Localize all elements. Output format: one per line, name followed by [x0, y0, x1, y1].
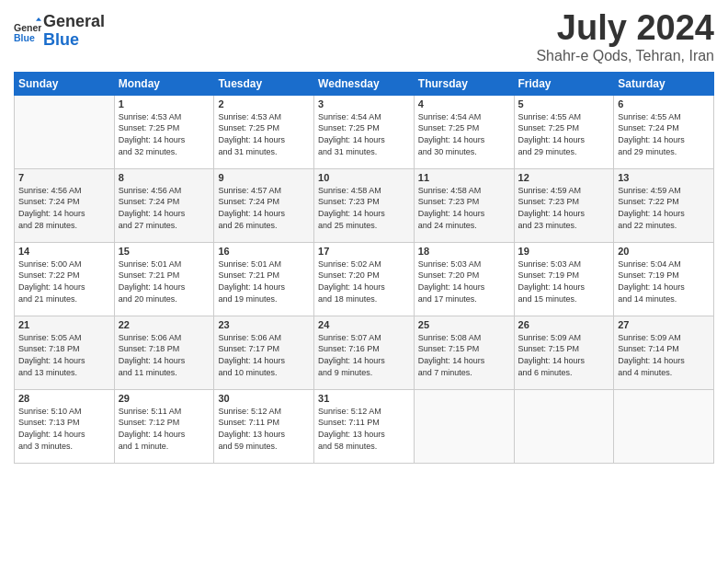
day-number: 21 [18, 319, 110, 330]
table-cell: 28Sunrise: 5:10 AMSunset: 7:13 PMDayligh… [15, 389, 115, 463]
table-cell: 30Sunrise: 5:12 AMSunset: 7:11 PMDayligh… [214, 389, 314, 463]
col-wednesday: Wednesday [314, 72, 415, 95]
calendar-table: Sunday Monday Tuesday Wednesday Thursday… [14, 72, 714, 464]
day-info: Sunrise: 4:53 AMSunset: 7:25 PMDaylight:… [218, 111, 310, 157]
table-cell: 29Sunrise: 5:11 AMSunset: 7:12 PMDayligh… [114, 389, 214, 463]
svg-marker-2 [36, 17, 41, 21]
day-number: 4 [418, 98, 510, 109]
calendar-body: 1Sunrise: 4:53 AMSunset: 7:25 PMDaylight… [15, 95, 714, 463]
table-cell [514, 389, 614, 463]
day-info: Sunrise: 5:06 AMSunset: 7:18 PMDaylight:… [119, 332, 210, 378]
day-info: Sunrise: 5:07 AMSunset: 7:16 PMDaylight:… [318, 332, 410, 378]
table-cell: 8Sunrise: 4:56 AMSunset: 7:24 PMDaylight… [114, 168, 214, 242]
day-number: 2 [218, 98, 310, 109]
table-cell: 24Sunrise: 5:07 AMSunset: 7:16 PMDayligh… [314, 316, 415, 389]
day-number: 14 [18, 246, 110, 257]
day-info: Sunrise: 4:58 AMSunset: 7:23 PMDaylight:… [418, 185, 510, 231]
day-number: 13 [618, 172, 710, 183]
table-cell: 2Sunrise: 4:53 AMSunset: 7:25 PMDaylight… [214, 95, 314, 168]
table-cell: 9Sunrise: 4:57 AMSunset: 7:24 PMDaylight… [214, 168, 314, 242]
calendar-week-row: 1Sunrise: 4:53 AMSunset: 7:25 PMDaylight… [15, 95, 714, 168]
calendar-week-row: 14Sunrise: 5:00 AMSunset: 7:22 PMDayligh… [15, 242, 714, 316]
logo-icon: General Blue [14, 17, 41, 45]
month-year-title: July 2024 [536, 9, 714, 48]
day-info: Sunrise: 4:58 AMSunset: 7:23 PMDaylight:… [318, 185, 410, 231]
calendar-week-row: 7Sunrise: 4:56 AMSunset: 7:24 PMDaylight… [15, 168, 714, 242]
day-info: Sunrise: 5:00 AMSunset: 7:22 PMDaylight:… [18, 259, 110, 304]
table-cell [15, 95, 115, 168]
calendar-week-row: 28Sunrise: 5:10 AMSunset: 7:13 PMDayligh… [15, 389, 714, 463]
table-cell: 16Sunrise: 5:01 AMSunset: 7:21 PMDayligh… [214, 242, 314, 316]
day-info: Sunrise: 5:10 AMSunset: 7:13 PMDaylight:… [18, 406, 110, 452]
col-saturday: Saturday [614, 72, 714, 95]
day-number: 22 [119, 319, 210, 330]
table-cell: 23Sunrise: 5:06 AMSunset: 7:17 PMDayligh… [214, 316, 314, 389]
day-info: Sunrise: 5:05 AMSunset: 7:18 PMDaylight:… [18, 332, 110, 378]
title-block: July 2024 Shahr-e Qods, Tehran, Iran [536, 9, 714, 64]
day-number: 7 [18, 172, 110, 183]
day-number: 15 [119, 246, 210, 257]
table-cell: 19Sunrise: 5:03 AMSunset: 7:19 PMDayligh… [514, 242, 614, 316]
col-sunday: Sunday [15, 72, 115, 95]
logo-text: GeneralBlue [43, 13, 105, 50]
day-info: Sunrise: 5:06 AMSunset: 7:17 PMDaylight:… [218, 332, 310, 378]
day-info: Sunrise: 5:11 AMSunset: 7:12 PMDaylight:… [119, 406, 210, 452]
day-number: 8 [119, 172, 210, 183]
day-info: Sunrise: 5:09 AMSunset: 7:14 PMDaylight:… [618, 332, 710, 378]
day-info: Sunrise: 5:03 AMSunset: 7:19 PMDaylight:… [518, 259, 610, 304]
table-cell: 25Sunrise: 5:08 AMSunset: 7:15 PMDayligh… [414, 316, 514, 389]
col-thursday: Thursday [414, 72, 514, 95]
day-number: 31 [318, 393, 410, 404]
table-cell: 14Sunrise: 5:00 AMSunset: 7:22 PMDayligh… [15, 242, 115, 316]
day-number: 19 [518, 246, 610, 257]
table-cell: 1Sunrise: 4:53 AMSunset: 7:25 PMDaylight… [114, 95, 214, 168]
day-info: Sunrise: 5:12 AMSunset: 7:11 PMDaylight:… [318, 406, 410, 452]
day-info: Sunrise: 5:04 AMSunset: 7:19 PMDaylight:… [618, 259, 710, 304]
day-number: 23 [218, 319, 310, 330]
table-cell: 12Sunrise: 4:59 AMSunset: 7:23 PMDayligh… [514, 168, 614, 242]
location-subtitle: Shahr-e Qods, Tehran, Iran [536, 48, 714, 64]
day-number: 12 [518, 172, 610, 183]
day-number: 26 [518, 319, 610, 330]
table-cell: 13Sunrise: 4:59 AMSunset: 7:22 PMDayligh… [614, 168, 714, 242]
day-number: 18 [418, 246, 510, 257]
day-number: 25 [418, 319, 510, 330]
day-info: Sunrise: 4:56 AMSunset: 7:24 PMDaylight:… [18, 185, 110, 231]
table-cell: 4Sunrise: 4:54 AMSunset: 7:25 PMDaylight… [414, 95, 514, 168]
table-cell: 21Sunrise: 5:05 AMSunset: 7:18 PMDayligh… [15, 316, 115, 389]
day-info: Sunrise: 5:03 AMSunset: 7:20 PMDaylight:… [418, 259, 510, 304]
day-info: Sunrise: 4:59 AMSunset: 7:22 PMDaylight:… [618, 185, 710, 231]
main-container: General Blue GeneralBlue July 2024 Shahr… [0, 0, 728, 563]
day-number: 5 [518, 98, 610, 109]
day-info: Sunrise: 4:54 AMSunset: 7:25 PMDaylight:… [318, 111, 410, 157]
table-cell: 7Sunrise: 4:56 AMSunset: 7:24 PMDaylight… [15, 168, 115, 242]
table-cell: 31Sunrise: 5:12 AMSunset: 7:11 PMDayligh… [314, 389, 415, 463]
day-info: Sunrise: 4:59 AMSunset: 7:23 PMDaylight:… [518, 185, 610, 231]
table-cell: 27Sunrise: 5:09 AMSunset: 7:14 PMDayligh… [614, 316, 714, 389]
day-info: Sunrise: 4:55 AMSunset: 7:24 PMDaylight:… [618, 111, 710, 157]
table-cell: 10Sunrise: 4:58 AMSunset: 7:23 PMDayligh… [314, 168, 415, 242]
day-info: Sunrise: 4:53 AMSunset: 7:25 PMDaylight:… [119, 111, 210, 157]
table-cell: 17Sunrise: 5:02 AMSunset: 7:20 PMDayligh… [314, 242, 415, 316]
table-cell: 26Sunrise: 5:09 AMSunset: 7:15 PMDayligh… [514, 316, 614, 389]
calendar-week-row: 21Sunrise: 5:05 AMSunset: 7:18 PMDayligh… [15, 316, 714, 389]
col-friday: Friday [514, 72, 614, 95]
table-cell: 3Sunrise: 4:54 AMSunset: 7:25 PMDaylight… [314, 95, 415, 168]
day-number: 16 [218, 246, 310, 257]
day-info: Sunrise: 5:02 AMSunset: 7:20 PMDaylight:… [318, 259, 410, 304]
table-cell: 5Sunrise: 4:55 AMSunset: 7:25 PMDaylight… [514, 95, 614, 168]
day-info: Sunrise: 4:57 AMSunset: 7:24 PMDaylight:… [218, 185, 310, 231]
day-number: 3 [318, 98, 410, 109]
table-cell: 20Sunrise: 5:04 AMSunset: 7:19 PMDayligh… [614, 242, 714, 316]
day-number: 24 [318, 319, 410, 330]
day-info: Sunrise: 5:09 AMSunset: 7:15 PMDaylight:… [518, 332, 610, 378]
day-info: Sunrise: 5:01 AMSunset: 7:21 PMDaylight:… [119, 259, 210, 304]
table-cell: 15Sunrise: 5:01 AMSunset: 7:21 PMDayligh… [114, 242, 214, 316]
svg-text:Blue: Blue [14, 31, 35, 42]
col-tuesday: Tuesday [214, 72, 314, 95]
day-number: 27 [618, 319, 710, 330]
header: General Blue GeneralBlue July 2024 Shahr… [14, 9, 714, 64]
day-info: Sunrise: 4:55 AMSunset: 7:25 PMDaylight:… [518, 111, 610, 157]
calendar-header-row: Sunday Monday Tuesday Wednesday Thursday… [15, 72, 714, 95]
day-number: 11 [418, 172, 510, 183]
